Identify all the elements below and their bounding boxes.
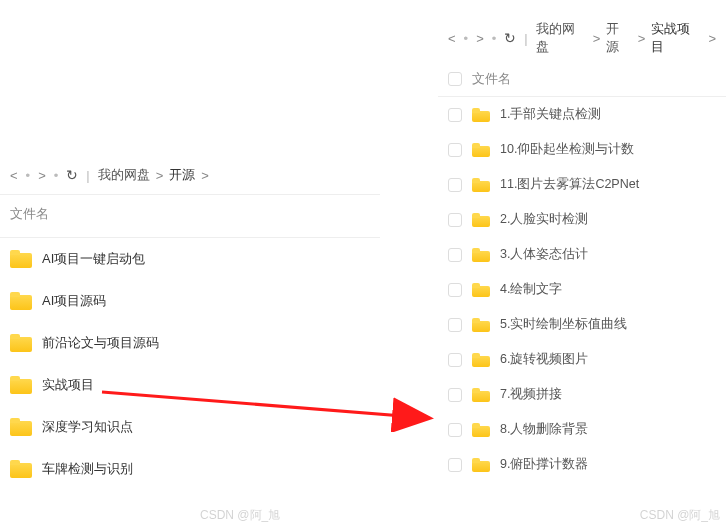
- nav-back-icon[interactable]: <: [448, 31, 456, 46]
- file-name: 深度学习知识点: [42, 418, 133, 436]
- file-name: 7.视频拼接: [500, 386, 562, 403]
- crumb[interactable]: 实战项目: [651, 20, 702, 56]
- column-header-name[interactable]: 文件名: [10, 205, 49, 223]
- nav-forward-icon[interactable]: >: [38, 168, 46, 183]
- file-name: 4.绘制文字: [500, 281, 562, 298]
- row-checkbox[interactable]: [448, 423, 462, 437]
- chevron-right-icon: >: [201, 168, 209, 183]
- row-checkbox[interactable]: [448, 178, 462, 192]
- file-name: 实战项目: [42, 376, 94, 394]
- row-checkbox[interactable]: [448, 458, 462, 472]
- file-name: 9.俯卧撑计数器: [500, 456, 588, 473]
- row-checkbox[interactable]: [448, 388, 462, 402]
- file-row[interactable]: 实战项目: [0, 364, 380, 406]
- crumb[interactable]: 开源: [169, 166, 195, 184]
- nav-sep: •: [26, 168, 31, 183]
- row-checkbox[interactable]: [448, 318, 462, 332]
- file-row[interactable]: 2.人脸实时检测: [438, 202, 726, 237]
- crumb[interactable]: 开源: [606, 20, 632, 56]
- folder-icon: [472, 388, 490, 402]
- file-row[interactable]: AI项目源码: [0, 280, 380, 322]
- file-row[interactable]: AI项目一键启动包: [0, 238, 380, 280]
- file-name: 10.仰卧起坐检测与计数: [500, 141, 634, 158]
- row-checkbox[interactable]: [448, 248, 462, 262]
- file-name: 车牌检测与识别: [42, 460, 133, 478]
- left-breadcrumb-nav: < • > • ↻ | 我的网盘 > 开源 >: [0, 160, 380, 190]
- right-breadcrumb-nav: < • > • ↻ | 我的网盘 > 开源 > 实战项目 >: [438, 14, 726, 62]
- crumb[interactable]: 我的网盘: [98, 166, 150, 184]
- chevron-right-icon: >: [708, 31, 716, 46]
- folder-icon: [472, 213, 490, 227]
- file-row[interactable]: 8.人物删除背景: [438, 412, 726, 447]
- right-panel: < • > • ↻ | 我的网盘 > 开源 > 实战项目 > 文件名 1.手部关…: [438, 14, 726, 482]
- file-row[interactable]: 9.俯卧撑计数器: [438, 447, 726, 482]
- file-row[interactable]: 深度学习知识点: [0, 406, 380, 448]
- crumb[interactable]: 我的网盘: [536, 20, 587, 56]
- chevron-right-icon: >: [593, 31, 601, 46]
- folder-icon: [472, 318, 490, 332]
- nav-forward-icon[interactable]: >: [476, 31, 484, 46]
- folder-icon: [472, 108, 490, 122]
- file-row[interactable]: 车牌检测与识别: [0, 448, 380, 490]
- watermark: CSDN @阿_旭: [640, 507, 720, 524]
- folder-icon: [10, 376, 32, 394]
- file-row[interactable]: 7.视频拼接: [438, 377, 726, 412]
- file-name: 6.旋转视频图片: [500, 351, 588, 368]
- row-checkbox[interactable]: [448, 143, 462, 157]
- file-name: AI项目一键启动包: [42, 250, 145, 268]
- file-row[interactable]: 11.图片去雾算法C2PNet: [438, 167, 726, 202]
- file-name: 8.人物删除背景: [500, 421, 588, 438]
- row-checkbox[interactable]: [448, 283, 462, 297]
- file-name: 11.图片去雾算法C2PNet: [500, 176, 639, 193]
- column-header-name[interactable]: 文件名: [472, 70, 511, 88]
- nav-back-icon[interactable]: <: [10, 168, 18, 183]
- file-name: 2.人脸实时检测: [500, 211, 588, 228]
- file-name: 前沿论文与项目源码: [42, 334, 159, 352]
- nav-sep: •: [54, 168, 59, 183]
- folder-icon: [10, 334, 32, 352]
- folder-icon: [472, 353, 490, 367]
- folder-icon: [10, 460, 32, 478]
- file-row[interactable]: 5.实时绘制坐标值曲线: [438, 307, 726, 342]
- file-row[interactable]: 1.手部关键点检测: [438, 97, 726, 132]
- chevron-right-icon: >: [638, 31, 646, 46]
- left-file-list: AI项目一键启动包AI项目源码前沿论文与项目源码实战项目深度学习知识点车牌检测与…: [0, 238, 380, 490]
- folder-icon: [472, 283, 490, 297]
- chevron-right-icon: >: [156, 168, 164, 183]
- left-panel: < • > • ↻ | 我的网盘 > 开源 > 文件名 AI项目一键启动包AI项…: [0, 160, 380, 490]
- folder-icon: [472, 178, 490, 192]
- nav-sep: •: [464, 31, 469, 46]
- file-name: 5.实时绘制坐标值曲线: [500, 316, 627, 333]
- file-row[interactable]: 6.旋转视频图片: [438, 342, 726, 377]
- file-row[interactable]: 4.绘制文字: [438, 272, 726, 307]
- nav-divider: |: [86, 168, 89, 183]
- watermark: CSDN @阿_旭: [200, 507, 280, 524]
- left-column-header-row: 文件名: [0, 195, 380, 233]
- file-row[interactable]: 10.仰卧起坐检测与计数: [438, 132, 726, 167]
- file-name: AI项目源码: [42, 292, 106, 310]
- folder-icon: [472, 423, 490, 437]
- nav-sep: •: [492, 31, 497, 46]
- row-checkbox[interactable]: [448, 108, 462, 122]
- select-all-checkbox[interactable]: [448, 72, 462, 86]
- row-checkbox[interactable]: [448, 353, 462, 367]
- file-name: 3.人体姿态估计: [500, 246, 588, 263]
- nav-divider: |: [524, 31, 527, 46]
- refresh-icon[interactable]: ↻: [504, 30, 516, 46]
- file-row[interactable]: 前沿论文与项目源码: [0, 322, 380, 364]
- right-file-list: 1.手部关键点检测10.仰卧起坐检测与计数11.图片去雾算法C2PNet2.人脸…: [438, 97, 726, 482]
- file-name: 1.手部关键点检测: [500, 106, 601, 123]
- folder-icon: [10, 250, 32, 268]
- right-column-header-row: 文件名: [438, 62, 726, 97]
- folder-icon: [10, 292, 32, 310]
- refresh-icon[interactable]: ↻: [66, 167, 78, 183]
- folder-icon: [472, 248, 490, 262]
- folder-icon: [10, 418, 32, 436]
- folder-icon: [472, 143, 490, 157]
- folder-icon: [472, 458, 490, 472]
- file-row[interactable]: 3.人体姿态估计: [438, 237, 726, 272]
- row-checkbox[interactable]: [448, 213, 462, 227]
